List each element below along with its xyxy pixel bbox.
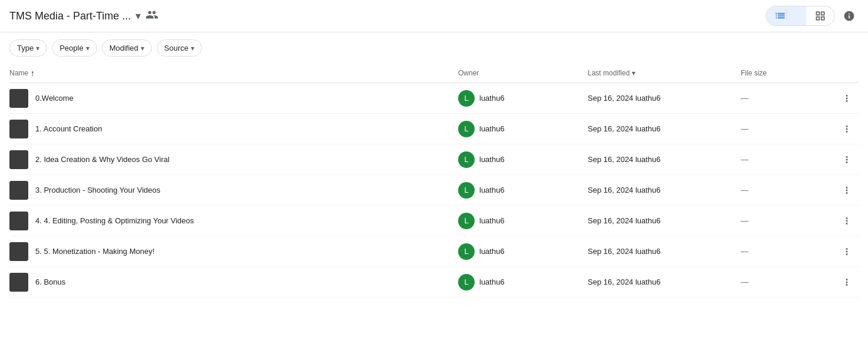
cell-modified: Sep 16, 2024 luathu6 bbox=[588, 247, 741, 256]
more-options-button[interactable] bbox=[837, 181, 856, 200]
cell-name: 6. Bonus bbox=[9, 268, 458, 296]
file-name: 1. Account Creation bbox=[35, 124, 102, 133]
svg-point-4 bbox=[15, 160, 18, 162]
grid-view-button[interactable] bbox=[806, 6, 834, 25]
owner-name: luathu6 bbox=[479, 186, 505, 194]
owner-avatar: L bbox=[458, 274, 475, 290]
owner-name: luathu6 bbox=[479, 247, 505, 256]
owner-name: luathu6 bbox=[479, 155, 505, 164]
view-toggle bbox=[766, 6, 835, 26]
list-view-button[interactable] bbox=[766, 6, 806, 25]
owner-name: luathu6 bbox=[479, 216, 505, 225]
svg-rect-0 bbox=[775, 12, 786, 14]
page-title: TMS Media - Part-Time ... bbox=[9, 10, 131, 22]
cell-modified: Sep 16, 2024 luathu6 bbox=[588, 278, 741, 286]
cell-owner: L luathu6 bbox=[458, 151, 588, 168]
cell-owner: L luathu6 bbox=[458, 243, 588, 260]
table-row[interactable]: 2. Idea Creation & Why Videos Go Viral L… bbox=[9, 144, 859, 175]
owner-avatar: L bbox=[458, 151, 475, 168]
owner-avatar: L bbox=[458, 90, 475, 107]
filter-type-button[interactable]: Type ▾ bbox=[9, 39, 47, 57]
cell-owner: L luathu6 bbox=[458, 121, 588, 137]
column-owner: Owner bbox=[458, 69, 588, 77]
filter-modified-button[interactable]: Modified ▾ bbox=[102, 39, 152, 57]
column-file-size-label: File size bbox=[741, 69, 767, 77]
cell-name: 2. Idea Creation & Why Videos Go Viral bbox=[9, 146, 458, 174]
more-options-button[interactable] bbox=[837, 150, 856, 169]
cell-size: — bbox=[741, 124, 835, 133]
filter-type-chevron-icon: ▾ bbox=[36, 44, 39, 52]
cell-size: — bbox=[741, 216, 835, 225]
table-row[interactable]: 3. Production - Shooting Your Videos L l… bbox=[9, 175, 859, 206]
file-name: 2. Idea Creation & Why Videos Go Viral bbox=[35, 155, 170, 164]
column-name[interactable]: Name ↑ bbox=[9, 68, 458, 78]
file-name: 0.Welcome bbox=[35, 94, 74, 103]
table-body: 0.Welcome L luathu6 Sep 16, 2024 luathu6… bbox=[9, 83, 859, 298]
cell-menu bbox=[835, 120, 859, 138]
info-button[interactable] bbox=[840, 6, 859, 25]
column-last-modified[interactable]: Last modified ▾ bbox=[588, 69, 741, 77]
more-options-button[interactable] bbox=[837, 273, 856, 292]
header-right bbox=[766, 6, 859, 26]
filters-bar: Type ▾ People ▾ Modified ▾ Source ▾ bbox=[0, 32, 868, 64]
cell-size: — bbox=[741, 186, 835, 194]
table-header: Name ↑ Owner Last modified ▾ File size bbox=[9, 64, 859, 83]
filter-people-button[interactable]: People ▾ bbox=[52, 39, 97, 57]
more-options-button[interactable] bbox=[837, 120, 856, 138]
more-options-button[interactable] bbox=[837, 242, 856, 261]
column-last-modified-label: Last modified bbox=[588, 69, 630, 77]
header: TMS Media - Part-Time ... ▾ bbox=[0, 0, 868, 32]
svg-point-2 bbox=[15, 98, 18, 101]
file-name: 3. Production - Shooting Your Videos bbox=[35, 186, 160, 194]
column-name-label: Name bbox=[9, 69, 28, 77]
filter-type-label: Type bbox=[17, 44, 34, 52]
cell-modified: Sep 16, 2024 luathu6 bbox=[588, 216, 741, 225]
more-options-button[interactable] bbox=[837, 89, 856, 108]
title-chevron-icon[interactable]: ▾ bbox=[135, 9, 141, 22]
owner-name: luathu6 bbox=[479, 124, 505, 133]
table-row[interactable]: 6. Bonus L luathu6 Sep 16, 2024 luathu6 … bbox=[9, 267, 859, 298]
cell-size: — bbox=[741, 94, 835, 103]
owner-name: luathu6 bbox=[479, 278, 505, 286]
owner-avatar: L bbox=[458, 182, 475, 199]
table-row[interactable]: 5. 5. Monetization - Making Money! L lua… bbox=[9, 236, 859, 267]
filter-people-label: People bbox=[59, 44, 83, 52]
svg-point-7 bbox=[15, 252, 18, 254]
cell-size: — bbox=[741, 278, 835, 286]
filter-source-chevron-icon: ▾ bbox=[191, 44, 194, 52]
folder-icon bbox=[9, 242, 28, 261]
cell-modified: Sep 16, 2024 luathu6 bbox=[588, 94, 741, 103]
sort-descending-icon: ▾ bbox=[632, 69, 635, 77]
folder-icon bbox=[9, 181, 28, 200]
cell-size: — bbox=[741, 155, 835, 164]
filter-source-label: Source bbox=[164, 44, 188, 52]
table-row[interactable]: 0.Welcome L luathu6 Sep 16, 2024 luathu6… bbox=[9, 83, 859, 114]
owner-avatar: L bbox=[458, 243, 475, 260]
filter-source-button[interactable]: Source ▾ bbox=[157, 39, 202, 57]
cell-menu bbox=[835, 212, 859, 230]
cell-owner: L luathu6 bbox=[458, 213, 588, 229]
cell-modified: Sep 16, 2024 luathu6 bbox=[588, 155, 741, 164]
file-name: 5. 5. Monetization - Making Money! bbox=[35, 247, 154, 256]
cell-modified: Sep 16, 2024 luathu6 bbox=[588, 186, 741, 194]
more-options-button[interactable] bbox=[837, 212, 856, 230]
cell-name: 1. Account Creation bbox=[9, 115, 458, 143]
cell-menu bbox=[835, 242, 859, 261]
shared-people-icon[interactable] bbox=[145, 8, 158, 24]
cell-name: 3. Production - Shooting Your Videos bbox=[9, 176, 458, 204]
folder-icon bbox=[9, 273, 28, 292]
cell-menu bbox=[835, 150, 859, 169]
owner-avatar: L bbox=[458, 121, 475, 137]
svg-point-6 bbox=[15, 221, 18, 223]
table-row[interactable]: 4. 4. Editing, Posting & Optimizing Your… bbox=[9, 206, 859, 236]
table-row[interactable]: 1. Account Creation L luathu6 Sep 16, 20… bbox=[9, 114, 859, 144]
cell-name: 0.Welcome bbox=[9, 84, 458, 113]
cell-owner: L luathu6 bbox=[458, 274, 588, 290]
filter-modified-label: Modified bbox=[110, 44, 138, 52]
cell-menu bbox=[835, 89, 859, 108]
file-name: 6. Bonus bbox=[35, 278, 65, 286]
folder-icon bbox=[9, 150, 28, 169]
cell-name: 4. 4. Editing, Posting & Optimizing Your… bbox=[9, 207, 458, 235]
cell-modified: Sep 16, 2024 luathu6 bbox=[588, 124, 741, 133]
header-left: TMS Media - Part-Time ... ▾ bbox=[9, 8, 158, 24]
